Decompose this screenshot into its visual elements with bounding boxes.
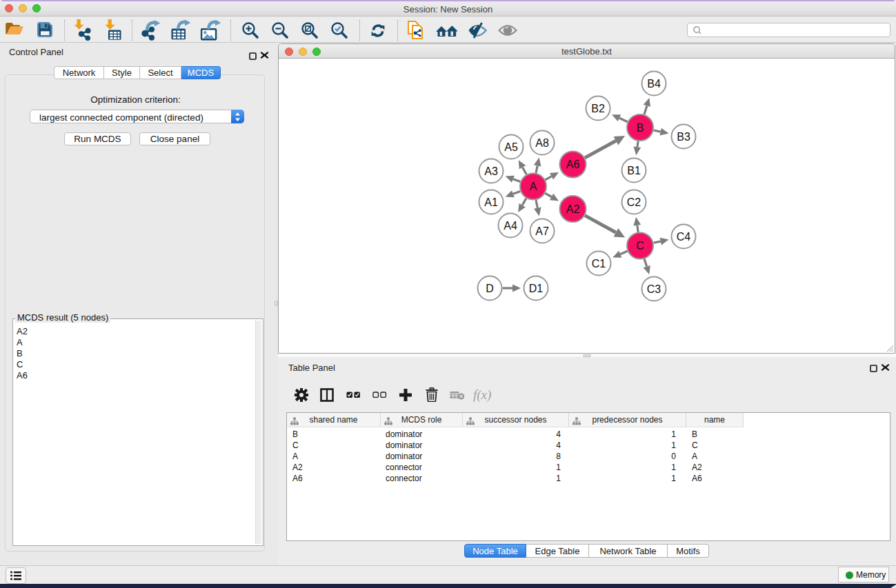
svg-text:B1: B1 xyxy=(627,165,641,176)
svg-text:A1: A1 xyxy=(484,196,498,208)
svg-text:A3: A3 xyxy=(484,165,498,177)
svg-text:B4: B4 xyxy=(647,78,661,90)
svg-text:D: D xyxy=(486,283,494,294)
svg-text:A4: A4 xyxy=(504,220,517,232)
svg-text:C2: C2 xyxy=(627,196,641,208)
svg-text:A7: A7 xyxy=(535,225,549,237)
svg-text:B: B xyxy=(637,122,644,134)
svg-text:A: A xyxy=(530,181,537,192)
svg-text:B3: B3 xyxy=(677,131,690,143)
svg-text:A5: A5 xyxy=(504,141,518,153)
svg-text:A6: A6 xyxy=(566,159,580,170)
svg-text:A8: A8 xyxy=(535,137,549,149)
svg-text:A2: A2 xyxy=(566,203,580,215)
svg-text:C1: C1 xyxy=(592,258,606,270)
svg-text:C: C xyxy=(636,240,644,252)
svg-text:C4: C4 xyxy=(677,231,691,243)
svg-text:B2: B2 xyxy=(591,103,605,114)
svg-text:C3: C3 xyxy=(647,283,661,295)
svg-text:D1: D1 xyxy=(529,283,544,294)
